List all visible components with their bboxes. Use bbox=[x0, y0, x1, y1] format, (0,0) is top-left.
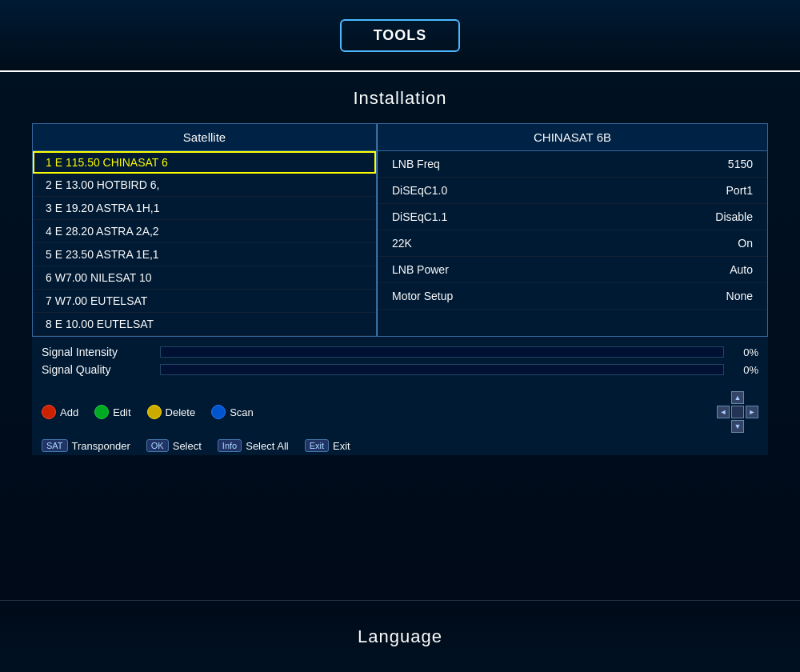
signal-section: Signal Intensity 0% Signal Quality 0% bbox=[32, 337, 768, 383]
signal-intensity-label: Signal Intensity bbox=[42, 346, 154, 358]
top-bar: TOOLS bbox=[0, 0, 800, 72]
satellite-panel-header: Satellite bbox=[33, 124, 376, 151]
settings-panel: CHINASAT 6B LNB Freq5150DiSEqC1.0Port1Di… bbox=[377, 124, 767, 336]
signal-quality-value: 0% bbox=[730, 364, 758, 376]
tools-button[interactable]: TOOLS bbox=[340, 19, 461, 52]
signal-intensity-row: Signal Intensity 0% bbox=[32, 343, 768, 361]
dpad-right[interactable]: ► bbox=[746, 406, 758, 418]
red-circle-icon bbox=[42, 405, 56, 419]
button-select[interactable]: OKSelect bbox=[146, 439, 202, 452]
settings-table: LNB Freq5150DiSEqC1.0Port1DiSEqC1.1Disab… bbox=[378, 151, 767, 310]
settings-label: LNB Power bbox=[378, 257, 602, 283]
settings-value: Port1 bbox=[602, 178, 767, 204]
blue-circle-icon bbox=[211, 405, 226, 419]
satellite-list-item[interactable]: 4 E 28.20 ASTRA 2A,2 bbox=[33, 220, 376, 243]
dpad-center[interactable] bbox=[731, 406, 744, 418]
installation-panel: Satellite 1 E 115.50 CHINASAT 62 E 13.00… bbox=[32, 123, 768, 337]
settings-value: 5150 bbox=[602, 151, 767, 178]
button-label: Exit bbox=[333, 440, 350, 452]
button-label: Transponder bbox=[72, 440, 130, 452]
button-label: Select All bbox=[246, 440, 288, 452]
settings-row[interactable]: Motor SetupNone bbox=[378, 283, 767, 310]
green-circle-icon bbox=[94, 405, 109, 419]
button-add[interactable]: Add bbox=[42, 405, 78, 419]
tag-icon: OK bbox=[146, 439, 169, 452]
settings-row[interactable]: LNB Freq5150 bbox=[378, 151, 767, 178]
settings-label: DiSEqC1.1 bbox=[378, 204, 602, 230]
dpad-up[interactable]: ▲ bbox=[731, 391, 744, 404]
button-edit[interactable]: Edit bbox=[94, 405, 130, 419]
signal-quality-row: Signal Quality 0% bbox=[32, 361, 768, 378]
button-label: Edit bbox=[113, 406, 130, 418]
page-title: Installation bbox=[32, 88, 768, 109]
settings-value: Disable bbox=[602, 204, 767, 230]
settings-label: LNB Freq bbox=[378, 151, 602, 178]
tag-icon: SAT bbox=[42, 439, 68, 452]
satellite-list-item[interactable]: 8 E 10.00 EUTELSAT bbox=[33, 313, 376, 336]
settings-label: Motor Setup bbox=[378, 283, 602, 310]
button-label: Scan bbox=[230, 406, 254, 418]
button-label: Delete bbox=[166, 406, 196, 418]
button-label: Add bbox=[60, 406, 78, 418]
settings-panel-header: CHINASAT 6B bbox=[378, 124, 767, 151]
button-select-all[interactable]: InfoSelect All bbox=[218, 439, 289, 452]
signal-intensity-value: 0% bbox=[730, 346, 758, 358]
satellite-list-item[interactable]: 1 E 115.50 CHINASAT 6 bbox=[33, 151, 376, 174]
dpad-down[interactable]: ▼ bbox=[731, 420, 744, 433]
bottom-bar: Language bbox=[0, 600, 800, 672]
button-transponder[interactable]: SATTransponder bbox=[42, 439, 130, 452]
button-label: Select bbox=[173, 440, 202, 452]
yellow-circle-icon bbox=[147, 405, 162, 419]
button-bar: AddEditDeleteScan ▲ ◄ ► ▼ SATTransponder… bbox=[32, 383, 768, 455]
settings-row[interactable]: DiSEqC1.0Port1 bbox=[378, 178, 767, 204]
settings-row[interactable]: 22KOn bbox=[378, 230, 767, 257]
settings-value: Auto bbox=[602, 257, 767, 283]
satellite-list: 1 E 115.50 CHINASAT 62 E 13.00 HOTBIRD 6… bbox=[33, 151, 376, 336]
button-exit[interactable]: ExitExit bbox=[305, 439, 350, 452]
dpad-left[interactable]: ◄ bbox=[717, 406, 730, 418]
signal-intensity-bar-container bbox=[160, 346, 724, 358]
button-delete[interactable]: Delete bbox=[147, 405, 196, 419]
main-content: Installation Satellite 1 E 115.50 CHINAS… bbox=[0, 72, 800, 600]
signal-quality-bar-container bbox=[160, 364, 724, 375]
satellite-list-item[interactable]: 5 E 23.50 ASTRA 1E,1 bbox=[33, 243, 376, 266]
settings-label: DiSEqC1.0 bbox=[378, 178, 602, 204]
settings-value: On bbox=[602, 230, 767, 257]
button-scan[interactable]: Scan bbox=[211, 405, 254, 419]
settings-row[interactable]: LNB PowerAuto bbox=[378, 257, 767, 283]
settings-value: None bbox=[602, 283, 767, 310]
button-row-2: SATTransponderOKSelectInfoSelect AllExit… bbox=[42, 438, 758, 452]
signal-quality-label: Signal Quality bbox=[42, 363, 154, 376]
bottom-title: Language bbox=[358, 626, 442, 647]
tag-icon: Exit bbox=[305, 439, 329, 452]
dpad[interactable]: ▲ ◄ ► ▼ bbox=[717, 391, 758, 433]
satellite-list-item[interactable]: 7 W7.00 EUTELSAT bbox=[33, 290, 376, 313]
satellite-list-item[interactable]: 2 E 13.00 HOTBIRD 6, bbox=[33, 174, 376, 197]
settings-label: 22K bbox=[378, 230, 602, 257]
satellite-panel: Satellite 1 E 115.50 CHINASAT 62 E 13.00… bbox=[33, 124, 377, 336]
tag-icon: Info bbox=[218, 439, 242, 452]
satellite-list-item[interactable]: 6 W7.00 NILESAT 10 bbox=[33, 266, 376, 290]
satellite-list-item[interactable]: 3 E 19.20 ASTRA 1H,1 bbox=[33, 197, 376, 220]
settings-row[interactable]: DiSEqC1.1Disable bbox=[378, 204, 767, 230]
